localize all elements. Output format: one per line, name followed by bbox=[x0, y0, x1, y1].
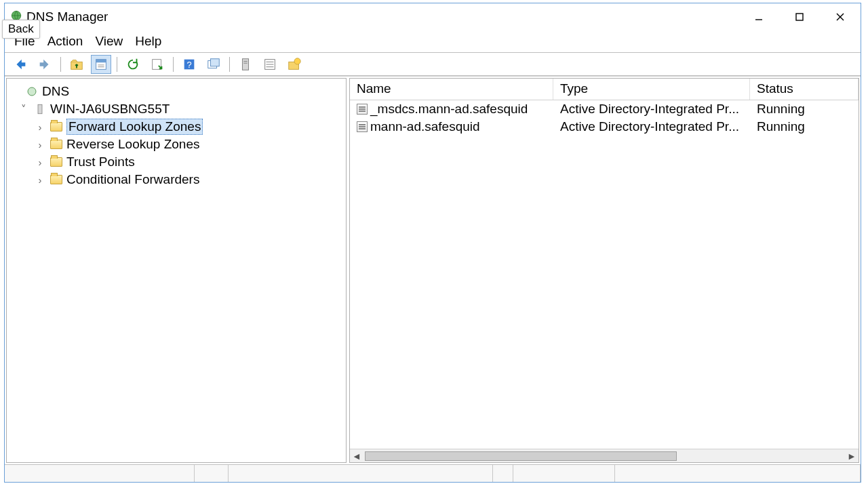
toolbar-up-folder-icon[interactable] bbox=[66, 55, 87, 74]
dns-globe-icon bbox=[26, 85, 38, 98]
back-button[interactable]: Back bbox=[2, 20, 40, 39]
toolbar-forward-icon[interactable] bbox=[35, 55, 55, 74]
zone-status: Running bbox=[750, 119, 859, 134]
toolbar-add-zone-icon[interactable] bbox=[284, 55, 304, 74]
server-icon bbox=[34, 103, 46, 115]
zone-type: Active Directory-Integrated Pr... bbox=[553, 102, 750, 117]
menu-help[interactable]: Help bbox=[135, 34, 161, 49]
svg-rect-2 bbox=[796, 14, 803, 20]
tree-node-label: Reverse Lookup Zones bbox=[66, 137, 199, 152]
zone-name: mann-ad.safesquid bbox=[370, 119, 480, 134]
menu-action[interactable]: Action bbox=[47, 34, 83, 49]
tree-root-label: DNS bbox=[42, 84, 69, 99]
close-button[interactable] bbox=[820, 3, 861, 30]
zone-icon bbox=[357, 121, 368, 132]
folder-icon bbox=[50, 174, 62, 186]
chevron-right-icon[interactable]: › bbox=[34, 139, 46, 150]
toolbar-new-window-icon[interactable] bbox=[203, 55, 224, 74]
folder-icon bbox=[50, 121, 62, 133]
folder-icon bbox=[50, 138, 62, 150]
svg-rect-10 bbox=[153, 59, 161, 69]
list-pane: Name Type Status _msdcs.mann-ad.safesqui… bbox=[349, 78, 859, 463]
scroll-thumb[interactable] bbox=[365, 451, 677, 461]
tree-node-forward-lookup-zones[interactable]: ›Forward Lookup Zones bbox=[9, 118, 343, 136]
toolbar-server-icon[interactable] bbox=[235, 55, 256, 74]
content-area: DNS ˅ WIN-JA6USBNG55T ›Forward Lookup Zo… bbox=[5, 76, 861, 464]
svg-rect-7 bbox=[96, 59, 106, 62]
tree-node-trust-points[interactable]: ›Trust Points bbox=[9, 153, 343, 171]
toolbar-export-icon[interactable] bbox=[147, 55, 167, 74]
list-header: Name Type Status bbox=[350, 79, 859, 100]
tree-pane[interactable]: DNS ˅ WIN-JA6USBNG55T ›Forward Lookup Zo… bbox=[6, 78, 347, 463]
svg-point-23 bbox=[294, 58, 300, 64]
menu-view[interactable]: View bbox=[95, 34, 123, 49]
svg-point-24 bbox=[28, 87, 36, 96]
maximize-button[interactable] bbox=[779, 3, 820, 30]
tree-node-label: Forward Lookup Zones bbox=[66, 119, 203, 135]
tree-node-label: Trust Points bbox=[66, 155, 135, 169]
statusbar bbox=[5, 464, 861, 482]
column-header-type[interactable]: Type bbox=[553, 79, 750, 100]
minimize-button[interactable] bbox=[738, 3, 779, 30]
toolbar-back-icon[interactable] bbox=[10, 55, 31, 74]
tree-root-dns[interactable]: DNS bbox=[9, 83, 343, 100]
zone-icon bbox=[357, 104, 368, 115]
list-row[interactable]: _msdcs.mann-ad.safesquidActive Directory… bbox=[350, 100, 859, 118]
zone-name: _msdcs.mann-ad.safesquid bbox=[370, 102, 528, 117]
toolbar-help-icon[interactable]: ? bbox=[179, 55, 199, 74]
tree-server[interactable]: ˅ WIN-JA6USBNG55T bbox=[9, 100, 343, 118]
zone-status: Running bbox=[750, 102, 859, 117]
chevron-down-icon[interactable]: ˅ bbox=[18, 103, 30, 115]
dns-manager-window: Back DNS Manager File Action View Help bbox=[4, 3, 861, 483]
svg-text:?: ? bbox=[186, 59, 191, 69]
toolbar: ? bbox=[5, 53, 861, 76]
toolbar-properties-icon[interactable] bbox=[91, 55, 111, 74]
tree-node-reverse-lookup-zones[interactable]: ›Reverse Lookup Zones bbox=[9, 136, 343, 153]
list-body[interactable]: _msdcs.mann-ad.safesquidActive Directory… bbox=[350, 100, 859, 449]
tree-node-conditional-forwarders[interactable]: ›Conditional Forwarders bbox=[9, 171, 343, 188]
svg-rect-15 bbox=[242, 58, 248, 70]
toolbar-refresh-icon[interactable] bbox=[123, 55, 143, 74]
svg-rect-25 bbox=[38, 104, 42, 114]
folder-icon bbox=[50, 156, 62, 168]
horizontal-scrollbar[interactable]: ◄ ► bbox=[350, 449, 859, 462]
column-header-name[interactable]: Name bbox=[350, 79, 553, 100]
toolbar-list-icon[interactable] bbox=[260, 55, 280, 74]
chevron-right-icon[interactable]: › bbox=[34, 121, 46, 133]
svg-rect-14 bbox=[210, 58, 219, 66]
scroll-left-icon[interactable]: ◄ bbox=[350, 451, 363, 462]
zone-type: Active Directory-Integrated Pr... bbox=[553, 119, 750, 134]
list-row[interactable]: mann-ad.safesquidActive Directory-Integr… bbox=[350, 118, 859, 136]
chevron-right-icon[interactable]: › bbox=[34, 174, 46, 186]
chevron-right-icon[interactable]: › bbox=[34, 157, 46, 168]
titlebar: DNS Manager bbox=[5, 3, 861, 30]
column-header-status[interactable]: Status bbox=[750, 79, 859, 100]
menubar: File Action View Help bbox=[5, 30, 861, 52]
tree-server-label: WIN-JA6USBNG55T bbox=[50, 102, 170, 117]
scroll-right-icon[interactable]: ► bbox=[845, 451, 859, 462]
tree-node-label: Conditional Forwarders bbox=[66, 172, 199, 187]
